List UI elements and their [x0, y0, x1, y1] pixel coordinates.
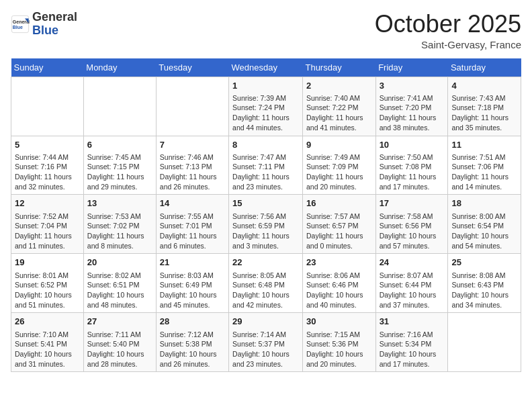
day-of-week-header: Friday: [375, 58, 448, 77]
calendar-cell: 3Sunrise: 7:41 AM Sunset: 7:20 PM Daylig…: [375, 77, 448, 136]
day-number: 1: [232, 80, 299, 92]
cell-content: Sunrise: 7:44 AM Sunset: 7:16 PM Dayligh…: [15, 152, 80, 192]
day-of-week-header: Tuesday: [156, 58, 228, 77]
calendar-table: SundayMondayTuesdayWednesdayThursdayFrid…: [11, 58, 521, 373]
calendar-cell: 21Sunrise: 8:03 AM Sunset: 6:49 PM Dayli…: [156, 254, 228, 313]
cell-content: Sunrise: 7:41 AM Sunset: 7:20 PM Dayligh…: [380, 93, 445, 133]
calendar-cell: 2Sunrise: 7:40 AM Sunset: 7:22 PM Daylig…: [302, 77, 375, 136]
cell-content: Sunrise: 7:52 AM Sunset: 7:04 PM Dayligh…: [15, 212, 80, 251]
cell-content: Sunrise: 7:53 AM Sunset: 7:02 PM Dayligh…: [87, 212, 152, 251]
day-number: 4: [451, 80, 517, 92]
cell-content: Sunrise: 7:43 AM Sunset: 7:18 PM Dayligh…: [451, 93, 517, 133]
day-of-week-header: Sunday: [11, 58, 84, 77]
cell-content: Sunrise: 8:08 AM Sunset: 6:43 PM Dayligh…: [451, 271, 517, 310]
day-number: 19: [15, 257, 80, 269]
cell-content: Sunrise: 7:57 AM Sunset: 6:57 PM Dayligh…: [306, 212, 372, 251]
cell-content: Sunrise: 8:03 AM Sunset: 6:49 PM Dayligh…: [160, 271, 225, 310]
cell-content: Sunrise: 8:05 AM Sunset: 6:48 PM Dayligh…: [232, 271, 299, 310]
calendar-week-row: 12Sunrise: 7:52 AM Sunset: 7:04 PM Dayli…: [11, 195, 521, 254]
calendar-week-row: 5Sunrise: 7:44 AM Sunset: 7:16 PM Daylig…: [11, 136, 521, 195]
calendar-week-row: 19Sunrise: 8:01 AM Sunset: 6:52 PM Dayli…: [11, 254, 521, 313]
calendar-cell: [156, 77, 228, 136]
cell-content: Sunrise: 7:11 AM Sunset: 5:40 PM Dayligh…: [87, 330, 152, 369]
calendar-cell: 5Sunrise: 7:44 AM Sunset: 7:16 PM Daylig…: [11, 136, 84, 195]
day-number: 15: [232, 197, 299, 210]
calendar-cell: 27Sunrise: 7:11 AM Sunset: 5:40 PM Dayli…: [83, 313, 156, 372]
day-number: 31: [380, 316, 445, 328]
day-of-week-header: Thursday: [302, 58, 375, 77]
cell-content: Sunrise: 7:14 AM Sunset: 5:37 PM Dayligh…: [232, 330, 299, 369]
day-of-week-header: Monday: [83, 58, 156, 77]
calendar-cell: 16Sunrise: 7:57 AM Sunset: 6:57 PM Dayli…: [302, 195, 375, 254]
cell-content: Sunrise: 8:00 AM Sunset: 6:54 PM Dayligh…: [451, 212, 517, 251]
calendar-week-row: 26Sunrise: 7:10 AM Sunset: 5:41 PM Dayli…: [11, 313, 521, 372]
calendar-cell: 26Sunrise: 7:10 AM Sunset: 5:41 PM Dayli…: [11, 313, 84, 372]
cell-content: Sunrise: 7:50 AM Sunset: 7:08 PM Dayligh…: [380, 152, 445, 192]
title-block: October 2025 Saint-Gervasy, France: [375, 11, 521, 50]
cell-content: Sunrise: 7:39 AM Sunset: 7:24 PM Dayligh…: [232, 93, 299, 133]
svg-rect-0: [11, 15, 28, 32]
day-number: 3: [380, 80, 445, 92]
day-number: 7: [160, 139, 225, 151]
calendar-cell: 14Sunrise: 7:55 AM Sunset: 7:01 PM Dayli…: [156, 195, 228, 254]
day-number: 5: [15, 139, 80, 151]
calendar-cell: 9Sunrise: 7:49 AM Sunset: 7:09 PM Daylig…: [302, 136, 375, 195]
cell-content: Sunrise: 7:56 AM Sunset: 6:59 PM Dayligh…: [232, 212, 299, 251]
month-title: October 2025: [375, 11, 521, 38]
calendar-cell: 6Sunrise: 7:45 AM Sunset: 7:15 PM Daylig…: [83, 136, 156, 195]
location-title: Saint-Gervasy, France: [375, 39, 521, 50]
cell-content: Sunrise: 7:40 AM Sunset: 7:22 PM Dayligh…: [306, 93, 372, 133]
cell-content: Sunrise: 7:10 AM Sunset: 5:41 PM Dayligh…: [15, 330, 80, 369]
calendar-body: 1Sunrise: 7:39 AM Sunset: 7:24 PM Daylig…: [11, 77, 521, 372]
calendar-cell: [11, 77, 84, 136]
calendar-cell: [83, 77, 156, 136]
day-number: 18: [451, 197, 517, 210]
day-number: 29: [232, 316, 299, 328]
calendar-cell: 20Sunrise: 8:02 AM Sunset: 6:51 PM Dayli…: [83, 254, 156, 313]
cell-content: Sunrise: 8:07 AM Sunset: 6:44 PM Dayligh…: [380, 271, 445, 310]
cell-content: Sunrise: 7:12 AM Sunset: 5:38 PM Dayligh…: [160, 330, 225, 369]
day-number: 13: [87, 197, 152, 210]
cell-content: Sunrise: 7:58 AM Sunset: 6:56 PM Dayligh…: [380, 212, 445, 251]
logo-general-text: General: [32, 11, 77, 24]
logo-blue-text: Blue: [32, 24, 77, 38]
day-number: 9: [306, 139, 372, 151]
calendar-cell: 22Sunrise: 8:05 AM Sunset: 6:48 PM Dayli…: [229, 254, 303, 313]
day-number: 14: [160, 197, 225, 210]
day-number: 6: [87, 139, 152, 151]
day-number: 25: [451, 257, 517, 269]
calendar-cell: 18Sunrise: 8:00 AM Sunset: 6:54 PM Dayli…: [448, 195, 521, 254]
day-number: 10: [380, 139, 445, 151]
calendar-cell: 28Sunrise: 7:12 AM Sunset: 5:38 PM Dayli…: [156, 313, 228, 372]
calendar-cell: 13Sunrise: 7:53 AM Sunset: 7:02 PM Dayli…: [83, 195, 156, 254]
day-number: 27: [87, 316, 152, 328]
cell-content: Sunrise: 7:16 AM Sunset: 5:34 PM Dayligh…: [380, 330, 445, 369]
calendar-cell: 15Sunrise: 7:56 AM Sunset: 6:59 PM Dayli…: [229, 195, 303, 254]
calendar-cell: 1Sunrise: 7:39 AM Sunset: 7:24 PM Daylig…: [229, 77, 303, 136]
calendar-cell: 23Sunrise: 8:06 AM Sunset: 6:46 PM Dayli…: [302, 254, 375, 313]
calendar-cell: 11Sunrise: 7:51 AM Sunset: 7:06 PM Dayli…: [448, 136, 521, 195]
cell-content: Sunrise: 7:15 AM Sunset: 5:36 PM Dayligh…: [306, 330, 372, 369]
cell-content: Sunrise: 8:06 AM Sunset: 6:46 PM Dayligh…: [306, 271, 372, 310]
day-number: 8: [232, 139, 299, 151]
day-number: 22: [232, 257, 299, 269]
day-number: 16: [306, 197, 372, 210]
calendar-cell: 31Sunrise: 7:16 AM Sunset: 5:34 PM Dayli…: [375, 313, 448, 372]
calendar-cell: 4Sunrise: 7:43 AM Sunset: 7:18 PM Daylig…: [448, 77, 521, 136]
calendar-cell: 10Sunrise: 7:50 AM Sunset: 7:08 PM Dayli…: [375, 136, 448, 195]
calendar-cell: 12Sunrise: 7:52 AM Sunset: 7:04 PM Dayli…: [11, 195, 84, 254]
day-number: 24: [380, 257, 445, 269]
cell-content: Sunrise: 7:51 AM Sunset: 7:06 PM Dayligh…: [451, 152, 517, 192]
calendar-cell: 29Sunrise: 7:14 AM Sunset: 5:37 PM Dayli…: [229, 313, 303, 372]
day-number: 12: [15, 197, 80, 210]
day-number: 23: [306, 257, 372, 269]
day-number: 21: [160, 257, 225, 269]
day-number: 11: [451, 139, 517, 151]
page-header: General Blue General Blue October 2025 S…: [11, 11, 521, 50]
calendar-cell: 8Sunrise: 7:47 AM Sunset: 7:11 PM Daylig…: [229, 136, 303, 195]
calendar-cell: 30Sunrise: 7:15 AM Sunset: 5:36 PM Dayli…: [302, 313, 375, 372]
calendar-cell: 17Sunrise: 7:58 AM Sunset: 6:56 PM Dayli…: [375, 195, 448, 254]
day-number: 17: [380, 197, 445, 210]
day-of-week-header: Saturday: [448, 58, 521, 77]
cell-content: Sunrise: 7:55 AM Sunset: 7:01 PM Dayligh…: [160, 212, 225, 251]
